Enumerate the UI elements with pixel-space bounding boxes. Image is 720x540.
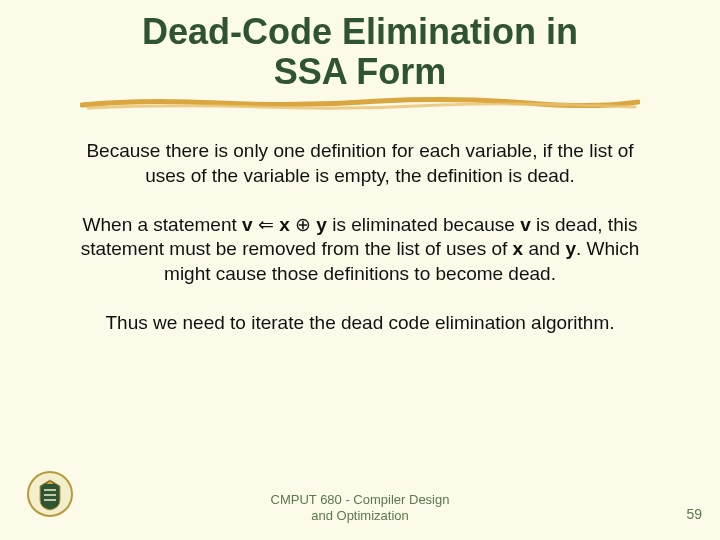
var-x: x <box>279 214 290 235</box>
page-number: 59 <box>686 506 702 522</box>
slide-title: Dead-Code Elimination in SSA Form <box>0 0 720 91</box>
paragraph-2: When a statement v ⇐ x ⊕ y is eliminated… <box>80 213 640 287</box>
footer-line-2: and Optimization <box>311 508 409 523</box>
arrow-symbol: ⇐ <box>253 214 280 235</box>
var-y: y <box>316 214 327 235</box>
slide-footer: CMPUT 680 - Compiler Design and Optimiza… <box>0 492 720 525</box>
var-v: v <box>242 214 253 235</box>
var-x-ref: x <box>513 238 524 259</box>
slide-body: Because there is only one definition for… <box>0 139 720 335</box>
title-underline <box>0 95 720 111</box>
paragraph-3: Thus we need to iterate the dead code el… <box>80 311 640 336</box>
title-line-2: SSA Form <box>274 51 447 92</box>
footer-line-1: CMPUT 680 - Compiler Design <box>271 492 450 507</box>
var-v-ref: v <box>520 214 531 235</box>
paragraph-1: Because there is only one definition for… <box>80 139 640 188</box>
p2-pre: When a statement <box>83 214 242 235</box>
title-line-1: Dead-Code Elimination in <box>142 11 578 52</box>
p2-and: and <box>523 238 565 259</box>
p2-mid1: is eliminated because <box>327 214 520 235</box>
brush-underline-icon <box>80 95 640 111</box>
oplus-symbol: ⊕ <box>290 214 317 235</box>
var-y-ref: y <box>565 238 576 259</box>
